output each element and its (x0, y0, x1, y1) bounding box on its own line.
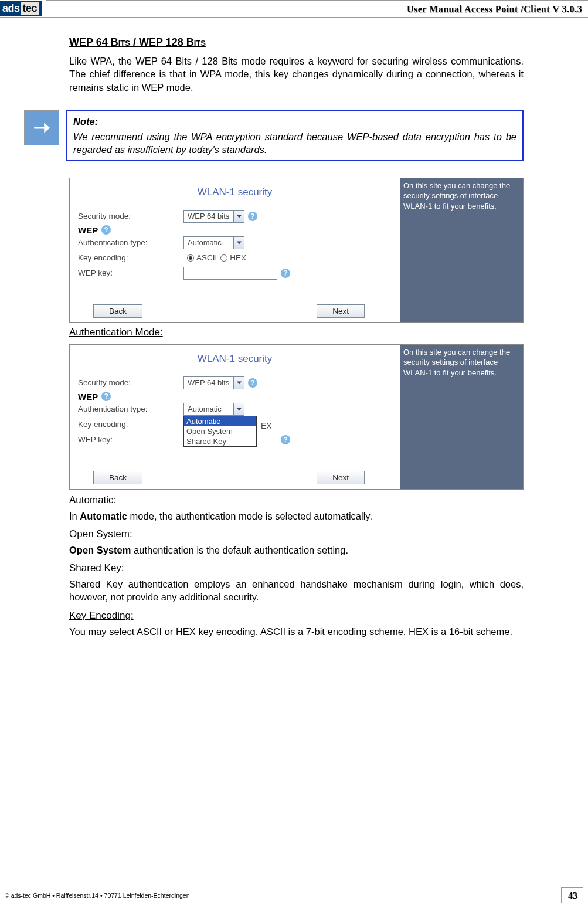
input-wep-key[interactable] (183, 267, 277, 280)
logo: adstec (0, 1, 42, 16)
footer-copyright: © ads-tec GmbH • Raiffeisenstr.14 • 7077… (5, 892, 561, 899)
label-wep-key: WEP key: (78, 435, 183, 444)
screenshot-panel-1: WLAN-1 security Security mode: WEP 64 bi… (69, 178, 524, 323)
logo-text-right: tec (21, 2, 39, 15)
chevron-down-icon[interactable] (233, 403, 244, 415)
radio-hex-label: HEX (230, 253, 246, 262)
row-wep-key: WEP key: ? (70, 266, 400, 281)
select-security-mode[interactable]: WEP 64 bits (183, 376, 244, 389)
hint-panel: On this site you can change the security… (400, 178, 523, 322)
automatic-heading: Automatic: (69, 494, 524, 506)
note-text: We recommend using the WPA encryption st… (73, 131, 516, 155)
open-p-bold: Open System (69, 545, 131, 555)
select-security-mode[interactable]: WEP 64 bits (183, 210, 244, 223)
back-button[interactable]: Back (93, 304, 142, 318)
screenshot-panel-2: WLAN-1 security Security mode: WEP 64 bi… (69, 344, 524, 490)
open-system-heading: Open System: (69, 528, 524, 540)
radio-hex[interactable] (220, 254, 227, 262)
note-box: Note: We recommend using the WPA encrypt… (66, 110, 524, 161)
label-key-encoding: Key encoding: (78, 420, 183, 429)
form-area-1: WLAN-1 security Security mode: WEP 64 bi… (70, 178, 400, 322)
dropdown-option-automatic[interactable]: Automatic (184, 416, 256, 426)
chevron-down-icon[interactable] (233, 211, 244, 222)
automatic-p-post: mode, the authentication mode is selecte… (127, 511, 372, 521)
next-button[interactable]: Next (317, 471, 365, 484)
note-label: Note: (73, 115, 516, 128)
heading-part-wep128: WEP 128 (139, 36, 186, 48)
form-area-2: WLAN-1 security Security mode: WEP 64 bi… (70, 345, 400, 489)
arrow-icon (24, 110, 59, 145)
header-title-container: User Manual Access Point /Client V 3.0.3 (46, 0, 588, 17)
select-auth-type-value: Automatic (184, 405, 233, 413)
header-bar: adstec User Manual Access Point /Client … (0, 0, 588, 18)
shared-key-paragraph: Shared Key authentication employs an enh… (69, 578, 524, 604)
select-auth-type-value: Automatic (184, 238, 233, 247)
back-button[interactable]: Back (93, 471, 142, 484)
button-bar: Back Next (70, 465, 400, 489)
heading-part-sep: / (130, 36, 139, 48)
label-security-mode: Security mode: (78, 212, 183, 220)
label-key-encoding: Key encoding: (78, 253, 183, 262)
logo-text-left: ads (2, 2, 20, 15)
heading-part-bits1: Bits (111, 36, 130, 48)
note-row: Note: We recommend using the WPA encrypt… (24, 110, 524, 161)
row-security-mode: Security mode: WEP 64 bits ? (70, 375, 400, 391)
help-icon[interactable]: ? (248, 212, 257, 221)
intro-paragraph: Like WPA, the WEP 64 Bits / 128 Bits mod… (69, 55, 524, 94)
panel-title: WLAN-1 security (70, 345, 400, 375)
row-security-mode: Security mode: WEP 64 bits ? (70, 209, 400, 224)
open-p-post: authentication is the default authentica… (131, 545, 348, 555)
open-system-paragraph: Open System authentication is the defaul… (69, 544, 524, 556)
help-icon[interactable]: ? (281, 435, 290, 444)
heading-part-wep64: WEP 64 (69, 36, 111, 48)
help-icon[interactable]: ? (248, 378, 257, 388)
dropdown-option-shared-key[interactable]: Shared Key (184, 436, 256, 446)
dropdown-option-open-system[interactable]: Open System (184, 426, 256, 436)
label-security-mode: Security mode: (78, 378, 183, 387)
auth-mode-heading: Authentication Mode: (69, 327, 524, 338)
wep-label-text: WEP (78, 225, 98, 235)
auth-type-dropdown[interactable]: Automatic Open System Shared Key (183, 416, 257, 447)
automatic-p-bold: Automatic (80, 511, 127, 521)
header-title: User Manual Access Point /Client V 3.0.3 (407, 4, 582, 15)
select-security-mode-value: WEP 64 bits (184, 378, 233, 387)
label-auth-type: Authentication type: (78, 238, 183, 247)
radio-ascii-label: ASCII (196, 253, 217, 262)
footer: © ads-tec GmbH • Raiffeisenstr.14 • 7077… (0, 887, 588, 903)
select-security-mode-value: WEP 64 bits (184, 212, 233, 220)
help-icon[interactable]: ? (101, 392, 111, 401)
wep-label-text: WEP (78, 392, 98, 402)
automatic-p-pre: In (69, 511, 80, 521)
radio-ascii[interactable] (187, 254, 194, 262)
next-button[interactable]: Next (317, 304, 365, 318)
help-icon[interactable]: ? (101, 225, 111, 235)
chevron-down-icon[interactable] (233, 377, 244, 389)
chevron-down-icon[interactable] (233, 237, 244, 249)
row-key-encoding: Key encoding: ASCII HEX (70, 250, 400, 266)
shared-key-heading: Shared Key: (69, 562, 524, 574)
heading-part-bits2: Bits (186, 36, 206, 48)
key-encoding-heading: Key Encoding: (69, 610, 524, 622)
row-auth-type: Authentication type: Automatic (70, 235, 400, 250)
panel-title: WLAN-1 security (70, 178, 400, 209)
help-icon[interactable]: ? (281, 269, 290, 278)
label-auth-type: Authentication type: (78, 405, 183, 413)
ex-suffix: EX (261, 421, 272, 430)
automatic-paragraph: In Automatic mode, the authentication mo… (69, 510, 524, 522)
hint-panel: On this site you can change the security… (400, 345, 523, 489)
wep-label: WEP ? (70, 225, 400, 235)
button-bar: Back Next (70, 298, 400, 322)
select-auth-type[interactable]: Automatic (183, 236, 244, 249)
label-wep-key: WEP key: (78, 269, 183, 277)
key-encoding-paragraph: You may select ASCII or HEX key encoding… (69, 625, 524, 638)
page-number: 43 (561, 887, 583, 903)
row-auth-type: Authentication type: Automatic (70, 402, 400, 417)
select-auth-type[interactable]: Automatic (183, 403, 244, 416)
section-heading: WEP 64 Bits / WEP 128 Bits (69, 36, 524, 49)
wep-label: WEP ? (70, 392, 400, 402)
